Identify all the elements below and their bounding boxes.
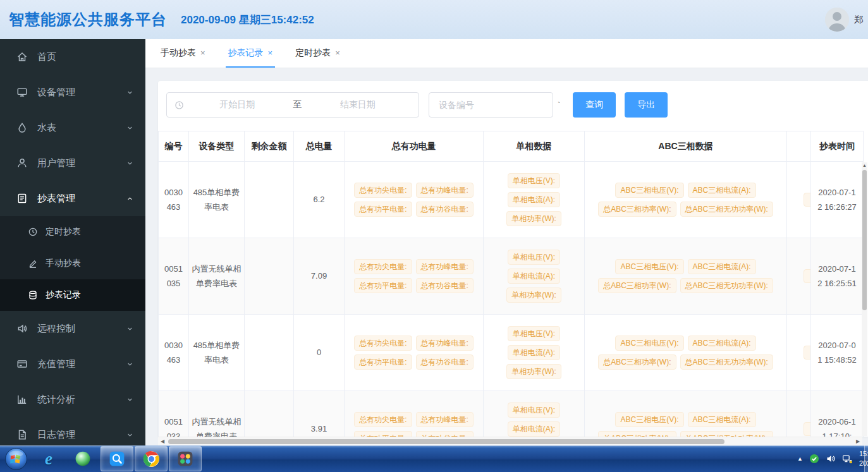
sidebar-item-label: 统计分析 — [37, 394, 126, 406]
end-date-input[interactable]: 结束日期 — [305, 99, 412, 111]
sidebar-item-label: 日志管理 — [37, 429, 126, 441]
content-area: 开始日期 至 结束日期 ` 查询 导出 — [145, 68, 868, 445]
cell-total-active-tags: 总有功尖电量:总有功峰电量:总有功平电量:总有功谷电量: — [345, 162, 484, 238]
cell-abc-tags: ABC三相电压(V):ABC三相电流(A):总ABC三相功率(W):总ABC三相… — [585, 391, 787, 437]
bar-chart-icon — [16, 394, 28, 405]
tag-abc-current: ABC三相电流(A): — [688, 412, 756, 427]
taskbar-colorful-app-button[interactable] — [169, 446, 202, 471]
start-date-input[interactable]: 开始日期 — [184, 99, 291, 111]
col-read-time: 抄表时间 — [811, 131, 864, 162]
cell-clipped — [787, 391, 811, 437]
col-total-energy: 总电量 — [294, 131, 345, 162]
tab-manual-reading[interactable]: 手动抄表 × — [158, 39, 208, 68]
sidebar: 首页 设备管理 水表 用户管理 — [0, 39, 145, 445]
col-total-active: 总有功电量 — [345, 131, 484, 162]
cell-device-type: 内置无线单相单费率电表 — [189, 391, 245, 437]
cell-single-phase-tags: 单相电压(V): 单相电流(A): 单相功率(W): — [484, 238, 585, 315]
tag-abc-voltage: ABC三相电压(V): — [615, 259, 683, 274]
main-area: 手动抄表 × 抄表记录 × 定时抄表 × — [145, 39, 868, 445]
sidebar-item-manual-reading[interactable]: 手动抄表 — [0, 248, 145, 279]
tab-label: 手动抄表 — [161, 47, 196, 59]
close-icon[interactable]: × — [335, 48, 340, 57]
tabbar: 手动抄表 × 抄表记录 × 定时抄表 × — [145, 39, 868, 68]
horizontal-scrollbar[interactable]: ◀ ▶ — [158, 437, 862, 445]
col-device-type: 设备类型 — [189, 131, 245, 162]
tag-sharp-energy: 总有功尖电量: — [354, 183, 412, 198]
tray-expand-arrow-icon[interactable]: ▲ — [797, 456, 803, 462]
cell-read-time: 2020-07-12 16:26:27 — [811, 162, 864, 238]
tag-flat-energy: 总有功平电量: — [354, 278, 412, 293]
scroll-left-arrow-icon[interactable]: ◀ — [158, 437, 167, 446]
sidebar-item-device-management[interactable]: 设备管理 — [0, 75, 145, 110]
home-icon — [16, 51, 28, 63]
monitor-icon — [16, 87, 28, 98]
cell-single-phase-tags: 单相电压(V): 单相电流(A): 单相功率(W): — [484, 315, 585, 391]
volume-icon[interactable] — [826, 454, 836, 464]
sidebar-item-reading-records[interactable]: 抄表记录 — [0, 279, 145, 311]
sidebar-item-scheduled-reading[interactable]: 定时抄表 — [0, 216, 145, 248]
vertical-scroll-thumb[interactable] — [862, 170, 867, 310]
cell-balance — [245, 391, 294, 437]
green-app-icon — [75, 451, 91, 467]
sidebar-item-water-meter[interactable]: 水表 — [0, 110, 145, 145]
sidebar-item-recharge-management[interactable]: 充值管理 — [0, 346, 145, 382]
table-row: 0051035 内置无线单相单费率电表 7.09 总有功尖电量:总有功峰电量:总… — [159, 238, 864, 315]
sidebar-item-label: 远程控制 — [37, 323, 126, 335]
tag-peak-energy: 总有功峰电量: — [416, 336, 474, 351]
cell-clipped — [787, 238, 811, 315]
stray-backtick: ` — [558, 100, 560, 110]
cell-single-phase-tags: 单相电压(V): 单相电流(A): 单相功率(W): — [484, 162, 585, 238]
tag-single-power: 单相功率(W): — [506, 364, 561, 379]
tag-peak-energy: 总有功峰电量: — [416, 183, 474, 198]
vertical-scrollbar[interactable]: ▲ — [862, 162, 867, 436]
colorful-app-icon — [177, 451, 193, 467]
tab-scheduled-reading[interactable]: 定时抄表 × — [293, 39, 343, 68]
table-row: 0051033 内置无线单相单费率电表 3.91 总有功尖电量:总有功峰电量:总… — [159, 391, 864, 437]
taskbar-ie-button[interactable]: e — [32, 446, 65, 471]
chevron-down-icon — [126, 325, 134, 333]
avatar[interactable] — [825, 8, 849, 32]
cell-read-time: 2020-06-11 17:10: — [811, 391, 864, 437]
show-desktop-button[interactable] — [864, 445, 868, 472]
date-range-picker[interactable]: 开始日期 至 结束日期 — [166, 92, 419, 118]
sidebar-item-remote-control[interactable]: 远程控制 — [0, 311, 145, 346]
tag-peak-energy: 总有功峰电量: — [416, 412, 474, 427]
taskbar-blue-app-button[interactable] — [101, 446, 133, 471]
close-icon[interactable]: × — [200, 48, 205, 57]
taskbar-green-app-button[interactable] — [66, 446, 99, 471]
avatar-photo — [825, 8, 849, 32]
chevron-down-icon — [126, 360, 134, 368]
horizontal-scroll-thumb[interactable] — [168, 439, 724, 444]
tab-reading-records[interactable]: 抄表记录 × — [226, 39, 276, 68]
sidebar-item-home[interactable]: 首页 — [0, 39, 145, 75]
sidebar-item-user-management[interactable]: 用户管理 — [0, 145, 145, 181]
close-icon[interactable]: × — [268, 48, 273, 57]
tab-label: 抄表记录 — [228, 47, 264, 59]
scroll-up-arrow-icon[interactable]: ▲ — [862, 162, 867, 169]
cell-balance — [245, 315, 294, 391]
scroll-right-arrow-icon[interactable]: ▶ — [853, 437, 862, 446]
export-button[interactable]: 导出 — [625, 92, 668, 118]
sidebar-item-statistics[interactable]: 统计分析 — [0, 382, 145, 417]
windows-taskbar: e — [0, 445, 868, 472]
tag-abc-current: ABC三相电流(A): — [688, 183, 756, 198]
cell-clipped — [787, 315, 811, 391]
col-device-id: 编号 — [159, 131, 189, 162]
user-area: 郑 — [825, 8, 868, 32]
sidebar-item-meter-reading-management[interactable]: 抄表管理 — [0, 181, 145, 216]
taskbar-chrome-button[interactable] — [135, 446, 168, 471]
device-id-input[interactable] — [429, 92, 553, 118]
tray-green-shield-icon[interactable] — [809, 454, 819, 464]
cell-single-phase-tags: 单相电压(V): 单相电流(A): 单相功率(W): — [484, 391, 585, 437]
chevron-up-icon — [126, 195, 134, 203]
horizontal-scroll-track[interactable] — [167, 437, 853, 446]
network-icon[interactable] — [842, 454, 853, 464]
col-clipped — [787, 131, 811, 162]
query-button[interactable]: 查询 — [573, 92, 616, 118]
cell-total-active-tags: 总有功尖电量:总有功峰电量:总有功平电量:总有功谷电量: — [345, 315, 484, 391]
cell-abc-tags: ABC三相电压(V):ABC三相电流(A):总ABC三相功率(W):总ABC三相… — [585, 315, 787, 391]
sidebar-item-log-management[interactable]: 日志管理 — [0, 417, 145, 445]
start-button[interactable] — [0, 445, 32, 472]
cell-device-type: 内置无线单相单费率电表 — [189, 238, 245, 315]
username[interactable]: 郑 — [854, 14, 868, 26]
